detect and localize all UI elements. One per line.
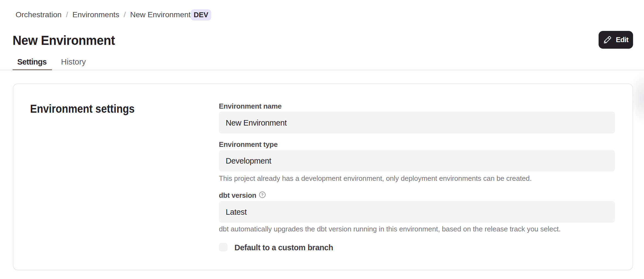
svg-text:?: ? (261, 192, 263, 197)
